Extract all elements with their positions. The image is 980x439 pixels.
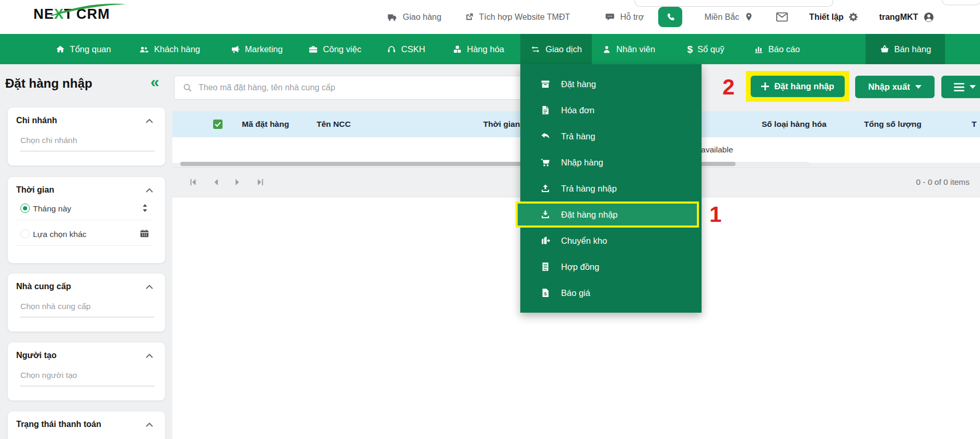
pager-info: 0 - 0 of 0 items: [916, 177, 970, 187]
menu-item-dat-hang[interactable]: Đặt hàng: [520, 71, 702, 97]
column-header-thoi-gian[interactable]: Thời gian: [483, 111, 520, 137]
nav-item-cskh[interactable]: CSKH: [379, 34, 433, 64]
plus-icon: [761, 82, 769, 90]
pager-previous-button[interactable]: [213, 179, 219, 186]
menu-item-dat-hang-nhap[interactable]: Đặt hàng nhập: [516, 201, 699, 228]
chevron-up-icon[interactable]: [145, 284, 154, 290]
exchange-icon: [530, 44, 541, 54]
menu-item-label: Trả hàng: [561, 132, 595, 141]
topbar-link-ho-tro[interactable]: Hỗ trợ: [604, 12, 644, 22]
chevron-down-icon: [915, 85, 921, 89]
upload-icon: [540, 183, 551, 194]
nav-item-label: Nhân viên: [616, 44, 655, 54]
filter-section-label: Chi nhánh: [16, 116, 57, 125]
menu-item-label: Báo giá: [561, 288, 590, 298]
branch-select[interactable]: Chọn chi nhánh: [20, 136, 155, 151]
main-navbar: Tổng quan Khách hàng Marketing Công việc…: [0, 34, 980, 64]
filter-card-chi-nhanh: Chi nhánh Chọn chi nhánh: [7, 107, 166, 166]
nav-item-bao-cao[interactable]: Báo cáo: [745, 34, 809, 64]
option-label: Tháng này: [33, 204, 71, 213]
column-header-ten-ncc[interactable]: Tên NCC: [317, 111, 351, 137]
page-title: Đặt hàng nhập: [5, 76, 92, 91]
menu-item-label: Đặt hàng: [561, 79, 596, 89]
nav-item-label: Tổng quan: [70, 44, 111, 54]
time-option-lua-chon-khac[interactable]: Lựa chọn khác: [15, 228, 151, 246]
radio-selected[interactable]: [20, 204, 30, 213]
nav-item-label: Giao dịch: [545, 44, 582, 54]
pager-last-button[interactable]: [256, 179, 264, 186]
filter-section-label: Thời gian: [16, 185, 54, 195]
nav-item-ban-hang[interactable]: Bán hàng: [866, 34, 945, 64]
region-selector[interactable]: Miền Bắc: [704, 12, 754, 22]
menu-item-nhap-hang[interactable]: Nhập hàng: [520, 149, 702, 175]
nav-item-label: Marketing: [245, 44, 283, 54]
filter-card-thoi-gian: Thời gian Tháng này Lựa chọn khác: [7, 176, 166, 264]
menu-item-tra-hang[interactable]: Trả hàng: [520, 123, 702, 149]
chevron-up-icon[interactable]: [145, 422, 154, 428]
warehouse-transfer-icon: [540, 235, 551, 246]
employee-icon: [602, 44, 612, 54]
column-header-so-loai-hang-hoa[interactable]: Số loại hàng hóa: [762, 111, 826, 137]
column-header-tong-so-luong[interactable]: Tổng số lượng: [864, 111, 921, 137]
column-header-ma-dat-hang[interactable]: Mã đặt hàng: [242, 111, 289, 137]
dollar-icon: $: [687, 44, 693, 54]
nav-item-label: Sổ quỹ: [697, 44, 724, 54]
mail-button[interactable]: [776, 12, 788, 22]
radio-unselected[interactable]: [20, 229, 30, 239]
nav-item-so-quy[interactable]: $ Sổ quỹ: [678, 34, 733, 64]
add-button-label: Đặt hàng nhập: [774, 81, 834, 91]
annotation-step-2: 2: [722, 76, 734, 98]
pager-first-button[interactable]: [189, 179, 197, 186]
cart-icon: [540, 157, 551, 168]
nextcrm-logo[interactable]: NEXTCRM: [33, 7, 110, 21]
topbar-link-tich-hop[interactable]: Tích hợp Website TMĐT: [464, 12, 570, 22]
user-icon: [923, 11, 935, 23]
basket-icon: [880, 44, 890, 54]
nav-item-marketing[interactable]: Marketing: [223, 34, 290, 64]
nav-item-khach-hang[interactable]: Khách hàng: [131, 34, 208, 64]
user-menu[interactable]: trangMKT: [879, 11, 935, 23]
chevron-up-icon[interactable]: [145, 353, 154, 359]
chevron-down-icon: [970, 85, 976, 89]
menu-item-label: Đặt hàng nhập: [561, 210, 617, 220]
phone-button[interactable]: [658, 7, 682, 27]
menu-item-hop-dong[interactable]: Hợp đồng: [520, 254, 702, 280]
svg-text:$: $: [544, 291, 546, 296]
nav-item-giao-dich[interactable]: Giao dịch: [520, 34, 592, 64]
menu-item-bao-gia[interactable]: $ Báo giá: [520, 280, 702, 306]
calendar-icon[interactable]: [139, 229, 149, 241]
settings-button[interactable]: Thiết lập: [809, 12, 858, 22]
grid-options-button[interactable]: [941, 76, 980, 98]
download-icon: [540, 209, 551, 220]
supplier-select[interactable]: Chọn nhà cung cấp: [20, 302, 155, 317]
column-header-truncated[interactable]: T: [972, 111, 976, 137]
pager-controls: [189, 179, 264, 186]
external-link-icon: [464, 12, 474, 22]
nav-item-nhan-vien[interactable]: Nhân viên: [597, 34, 660, 64]
select-all-checkbox[interactable]: [213, 120, 223, 129]
filter-section-label: Trạng thái thanh toán: [16, 420, 101, 429]
sort-icon[interactable]: [141, 203, 149, 215]
nhap-xuat-label: Nhập xuất: [868, 82, 910, 92]
collapse-sidebar-button[interactable]: «: [150, 74, 159, 90]
giao-dich-dropdown-menu: Đặt hàng Hóa đơn Trả hàng Nhập hàng Trả …: [520, 64, 702, 313]
filter-card-nha-cung-cap: Nhà cung cấp Chọn nhà cung cấp: [7, 273, 166, 332]
topbar-link-giao-hang[interactable]: Giao hàng: [387, 12, 441, 22]
menu-item-label: Chuyển kho: [561, 236, 607, 246]
nav-item-hang-hoa[interactable]: Hàng hóa: [446, 34, 511, 64]
time-option-thang-nay[interactable]: Tháng này: [15, 202, 151, 220]
chevron-up-icon[interactable]: [145, 118, 154, 124]
menu-item-hoa-don[interactable]: Hóa đơn: [520, 97, 702, 123]
menu-item-chuyen-kho[interactable]: Chuyển kho: [520, 228, 702, 254]
pager-next-button[interactable]: [235, 179, 241, 186]
users-icon: [138, 44, 149, 54]
nhap-xuat-button[interactable]: Nhập xuất: [855, 76, 935, 98]
nav-item-tong-quan[interactable]: Tổng quan: [50, 34, 116, 64]
menu-item-tra-hang-nhap[interactable]: Trả hàng nhập: [520, 175, 702, 201]
megaphone-icon: [230, 44, 240, 54]
chevron-up-icon[interactable]: [145, 187, 154, 193]
add-dat-hang-nhap-button[interactable]: Đặt hàng nhập: [751, 76, 845, 97]
creator-select[interactable]: Chọn người tạo: [20, 371, 155, 386]
topbar-link-label: Hỗ trợ: [620, 13, 644, 22]
nav-item-cong-viec[interactable]: Công việc: [303, 34, 367, 64]
